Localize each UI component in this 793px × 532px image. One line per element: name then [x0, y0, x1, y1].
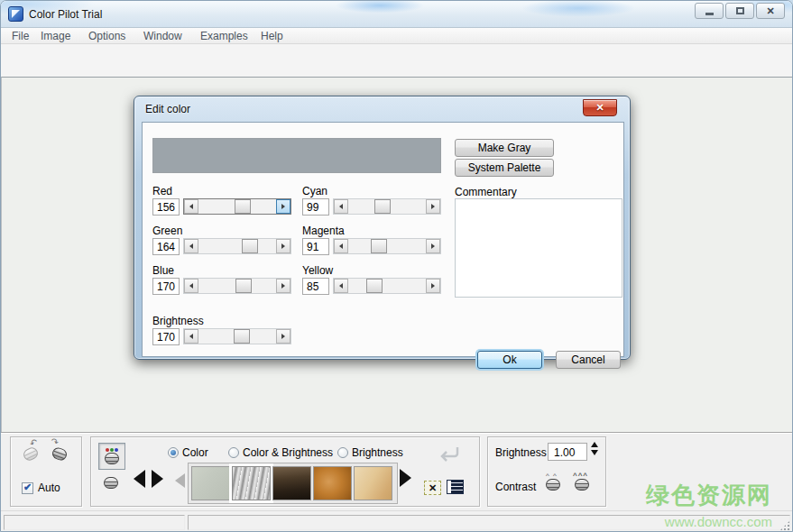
yellow-scrollbar-thumb[interactable]	[366, 279, 383, 293]
yellow-value-field[interactable]: 85	[302, 278, 329, 295]
minimize-button[interactable]	[695, 3, 724, 19]
scroll-left-arrow-icon[interactable]	[184, 329, 198, 344]
strip-scroll-left-icon[interactable]	[175, 473, 185, 488]
green-label: Green	[152, 225, 182, 237]
dialog-close-button[interactable]: ✕	[583, 99, 617, 116]
apply-color-button[interactable]	[98, 443, 125, 470]
magenta-value-field[interactable]: 91	[302, 238, 329, 255]
window-title: Color Pilot Trial	[29, 8, 102, 21]
green-scrollbar[interactable]	[183, 238, 291, 254]
brightness-spinner	[591, 442, 598, 455]
undo-group: ↶ ↷ ✔ Auto	[10, 436, 82, 507]
texture-thumbnail-3[interactable]	[272, 466, 311, 500]
close-button[interactable]: ✕	[756, 3, 785, 19]
red-scrollbar-thumb[interactable]	[235, 199, 251, 214]
barrel-tool-icon[interactable]	[104, 477, 118, 489]
toolbar: 1:1	[1, 44, 792, 77]
apply-return-icon[interactable]	[438, 445, 461, 464]
brightness-spin-value[interactable]: 1.00	[548, 443, 587, 461]
scroll-right-arrow-icon[interactable]	[426, 279, 440, 293]
scroll-left-arrow-icon[interactable]	[184, 199, 198, 214]
scroll-left-arrow-icon[interactable]	[184, 239, 198, 253]
mode-brightness-label[interactable]: Brightness	[352, 446, 403, 459]
contrast-label: Contrast	[495, 481, 536, 493]
status-bar	[1, 510, 792, 532]
scroll-right-arrow-icon[interactable]	[276, 239, 290, 253]
make-gray-button[interactable]: Make Gray	[455, 139, 554, 157]
texture-thumbnail-5[interactable]	[354, 466, 392, 500]
scroll-left-arrow-icon[interactable]	[184, 279, 198, 293]
texture-thumbnail-1[interactable]	[191, 466, 230, 500]
blue-scrollbar-thumb[interactable]	[235, 279, 252, 293]
cyan-label: Cyan	[302, 185, 327, 197]
commentary-textarea[interactable]	[455, 198, 622, 298]
menu-options[interactable]: Options	[88, 30, 125, 42]
edit-color-dialog: Edit color ✕ Make Gray System Palette Co…	[134, 96, 631, 360]
green-scrollbar-thumb[interactable]	[242, 239, 258, 253]
cancel-button[interactable]: Cancel	[556, 351, 621, 369]
scroll-left-arrow-icon[interactable]	[334, 279, 348, 293]
menu-examples[interactable]: Examples	[200, 30, 248, 42]
title-bar[interactable]: Color Pilot Trial ✕	[1, 1, 792, 28]
table-view-icon[interactable]	[447, 480, 464, 494]
check-icon: ✔	[23, 482, 32, 492]
rgb-arrows-icon	[106, 448, 118, 452]
scroll-right-arrow-icon[interactable]	[276, 279, 290, 293]
maximize-button[interactable]	[725, 3, 754, 19]
cyan-scrollbar-thumb[interactable]	[374, 199, 391, 214]
scroll-left-arrow-icon[interactable]	[334, 199, 348, 214]
system-palette-button[interactable]: System Palette	[455, 159, 554, 177]
green-value-field[interactable]: 164	[152, 238, 180, 255]
adjust-group: Brightness 1.00 Contrast ^ ^ ^^^	[487, 436, 606, 507]
scroll-right-arrow-icon[interactable]	[276, 199, 290, 214]
mode-color-brightness-label[interactable]: Color & Brightness	[243, 446, 333, 459]
mode-color-label[interactable]: Color	[182, 446, 208, 459]
texture-thumbnail-strip	[188, 463, 398, 504]
app-window: Color Pilot Trial ✕ File Image Options W…	[0, 0, 793, 532]
previous-image-button[interactable]	[134, 470, 145, 488]
barrel-icon	[105, 453, 119, 464]
contrast-decrease-icon[interactable]: ^ ^	[546, 479, 560, 491]
red-label: Red	[152, 185, 172, 197]
auto-label[interactable]: Auto	[38, 482, 60, 494]
ok-button[interactable]: Ok	[477, 351, 542, 369]
scroll-right-arrow-icon[interactable]	[426, 199, 440, 214]
spin-up-icon[interactable]	[591, 442, 598, 447]
yellow-scrollbar[interactable]	[333, 278, 441, 294]
undo-color-icon[interactable]: ↶	[22, 445, 40, 463]
brightness-scrollbar[interactable]	[183, 328, 291, 344]
scroll-right-arrow-icon[interactable]	[426, 239, 440, 253]
mode-color-brightness-radio[interactable]	[228, 447, 239, 458]
dialog-title: Edit color	[145, 103, 190, 115]
next-image-button[interactable]	[152, 470, 163, 488]
color-swatch	[152, 138, 441, 173]
delete-selection-icon[interactable]: ✕	[424, 481, 441, 495]
spin-down-icon[interactable]	[591, 450, 598, 455]
scroll-right-arrow-icon[interactable]	[276, 329, 290, 344]
magenta-scrollbar-thumb[interactable]	[371, 239, 387, 253]
cyan-value-field[interactable]: 99	[302, 198, 329, 216]
red-value-field[interactable]: 156	[152, 198, 180, 216]
menu-window[interactable]: Window	[143, 30, 182, 42]
scroll-left-arrow-icon[interactable]	[334, 239, 348, 253]
menu-help[interactable]: Help	[261, 30, 283, 42]
cyan-scrollbar[interactable]	[333, 198, 441, 215]
menu-file[interactable]: File	[12, 30, 29, 42]
texture-thumbnail-4[interactable]	[313, 466, 352, 500]
mode-brightness-radio[interactable]	[337, 447, 348, 458]
contrast-increase-icon[interactable]: ^^^	[575, 479, 589, 491]
blue-value-field[interactable]: 170	[152, 278, 180, 295]
red-scrollbar[interactable]	[183, 198, 291, 215]
texture-thumbnail-2-selected[interactable]	[232, 466, 271, 500]
close-icon: ✕	[595, 102, 604, 114]
brightness-value-field[interactable]: 170	[152, 328, 180, 345]
window-controls: ✕	[693, 3, 785, 19]
brightness-scrollbar-thumb[interactable]	[234, 329, 250, 344]
magenta-scrollbar[interactable]	[333, 238, 441, 254]
blue-scrollbar[interactable]	[183, 278, 291, 294]
redo-color-icon[interactable]: ↷	[51, 446, 68, 463]
strip-scroll-right-button[interactable]	[400, 469, 411, 487]
menu-image[interactable]: Image	[41, 30, 70, 42]
auto-checkbox[interactable]: ✔	[22, 482, 33, 494]
mode-color-radio[interactable]	[168, 447, 179, 458]
